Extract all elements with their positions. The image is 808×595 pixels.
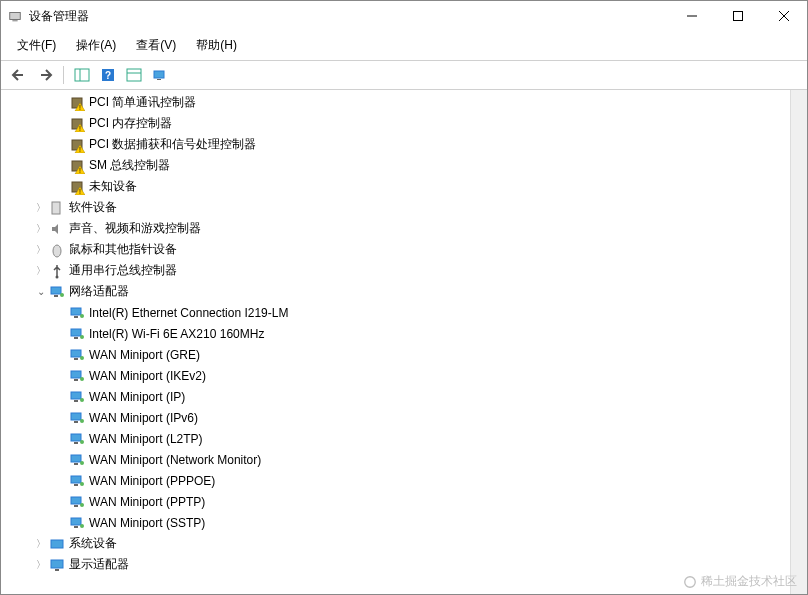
tree-item-warning[interactable]: !未知设备 bbox=[5, 176, 790, 197]
back-button[interactable] bbox=[7, 64, 31, 86]
tree-item-label: SM 总线控制器 bbox=[89, 157, 170, 174]
tree-item-warning[interactable]: !PCI 内存控制器 bbox=[5, 113, 790, 134]
svg-text:!: ! bbox=[79, 188, 81, 195]
tree-category[interactable]: 〉鼠标和其他指针设备 bbox=[5, 239, 790, 260]
tree-item-label: WAN Miniport (IKEv2) bbox=[89, 369, 206, 383]
tree-item-network-adapter[interactable]: WAN Miniport (IPv6) bbox=[5, 407, 790, 428]
chevron-right-icon[interactable]: 〉 bbox=[33, 222, 49, 236]
chip-warning-icon: ! bbox=[69, 137, 85, 153]
chevron-right-icon[interactable]: 〉 bbox=[33, 558, 49, 572]
tree-category-label: 声音、视频和游戏控制器 bbox=[69, 220, 201, 237]
vertical-scrollbar[interactable] bbox=[790, 90, 807, 594]
tree-item-network-adapter[interactable]: WAN Miniport (Network Monitor) bbox=[5, 449, 790, 470]
tree-item-label: Intel(R) Wi-Fi 6E AX210 160MHz bbox=[89, 327, 264, 341]
network-adapter-icon bbox=[69, 431, 85, 447]
chip-warning-icon: ! bbox=[69, 95, 85, 111]
svg-point-58 bbox=[80, 461, 84, 465]
svg-rect-41 bbox=[71, 350, 81, 357]
tree-category[interactable]: 〉软件设备 bbox=[5, 197, 790, 218]
tree-item-network-adapter[interactable]: Intel(R) Ethernet Connection I219-LM bbox=[5, 302, 790, 323]
tree-item-label: PCI 简单通讯控制器 bbox=[89, 94, 196, 111]
tree-category[interactable]: 〉显示适配器 bbox=[5, 554, 790, 575]
svg-text:?: ? bbox=[105, 70, 111, 81]
network-adapter-icon bbox=[69, 368, 85, 384]
svg-point-40 bbox=[80, 335, 84, 339]
network-adapter-icon bbox=[69, 347, 85, 363]
maximize-button[interactable] bbox=[715, 1, 761, 31]
svg-rect-13 bbox=[157, 79, 161, 80]
svg-rect-66 bbox=[74, 526, 78, 528]
titlebar[interactable]: 设备管理器 bbox=[1, 1, 807, 31]
menu-action[interactable]: 操作(A) bbox=[66, 33, 126, 58]
svg-point-37 bbox=[80, 314, 84, 318]
tree-category[interactable]: 〉通用串行总线控制器 bbox=[5, 260, 790, 281]
svg-rect-65 bbox=[71, 518, 81, 525]
tree-item-network-adapter[interactable]: WAN Miniport (SSTP) bbox=[5, 512, 790, 533]
forward-button[interactable] bbox=[33, 64, 57, 86]
tree-item-network-adapter[interactable]: Intel(R) Wi-Fi 6E AX210 160MHz bbox=[5, 323, 790, 344]
tree-item-network-adapter[interactable]: WAN Miniport (GRE) bbox=[5, 344, 790, 365]
tree-item-network-adapter[interactable]: WAN Miniport (PPTP) bbox=[5, 491, 790, 512]
svg-rect-3 bbox=[734, 12, 743, 21]
chip-warning-icon: ! bbox=[69, 158, 85, 174]
tree-item-network-adapter[interactable]: WAN Miniport (IP) bbox=[5, 386, 790, 407]
svg-point-34 bbox=[60, 293, 64, 297]
toolbar-separator bbox=[63, 66, 64, 84]
help-button[interactable]: ? bbox=[96, 64, 120, 86]
network-adapter-icon bbox=[69, 452, 85, 468]
svg-rect-12 bbox=[154, 71, 164, 78]
window-title: 设备管理器 bbox=[29, 8, 669, 25]
menubar: 文件(F) 操作(A) 查看(V) 帮助(H) bbox=[1, 31, 807, 61]
tree-item-label: 未知设备 bbox=[89, 178, 137, 195]
chevron-down-icon[interactable]: ⌄ bbox=[33, 286, 49, 297]
tree-item-network-adapter[interactable]: WAN Miniport (L2TP) bbox=[5, 428, 790, 449]
network-adapter-icon bbox=[69, 473, 85, 489]
svg-rect-54 bbox=[74, 442, 78, 444]
close-button[interactable] bbox=[761, 1, 807, 31]
tree-item-label: WAN Miniport (IP) bbox=[89, 390, 185, 404]
svg-rect-33 bbox=[54, 295, 58, 297]
properties-button[interactable] bbox=[122, 64, 146, 86]
device-manager-window: 设备管理器 文件(F) 操作(A) 查看(V) 帮助(H) bbox=[0, 0, 808, 595]
tree-category[interactable]: 〉声音、视频和游戏控制器 bbox=[5, 218, 790, 239]
minimize-button[interactable] bbox=[669, 1, 715, 31]
svg-point-30 bbox=[53, 245, 61, 257]
svg-point-52 bbox=[80, 419, 84, 423]
sound-icon bbox=[49, 221, 65, 237]
tree-category-label: 通用串行总线控制器 bbox=[69, 262, 177, 279]
menu-view[interactable]: 查看(V) bbox=[126, 33, 186, 58]
tree-item-network-adapter[interactable]: WAN Miniport (PPPOE) bbox=[5, 470, 790, 491]
svg-rect-70 bbox=[55, 569, 59, 571]
device-tree[interactable]: !PCI 简单通讯控制器!PCI 内存控制器!PCI 数据捕获和信号处理控制器!… bbox=[1, 90, 790, 594]
menu-help[interactable]: 帮助(H) bbox=[186, 33, 247, 58]
svg-rect-44 bbox=[71, 371, 81, 378]
tree-item-warning[interactable]: !PCI 数据捕获和信号处理控制器 bbox=[5, 134, 790, 155]
chevron-right-icon[interactable]: 〉 bbox=[33, 264, 49, 278]
show-hide-tree-button[interactable] bbox=[70, 64, 94, 86]
svg-rect-48 bbox=[74, 400, 78, 402]
svg-rect-62 bbox=[71, 497, 81, 504]
chip-warning-icon: ! bbox=[69, 116, 85, 132]
menu-file[interactable]: 文件(F) bbox=[7, 33, 66, 58]
svg-rect-29 bbox=[52, 202, 60, 214]
tree-category[interactable]: 〉系统设备 bbox=[5, 533, 790, 554]
svg-rect-32 bbox=[51, 287, 61, 294]
network-adapter-icon bbox=[69, 494, 85, 510]
svg-rect-1 bbox=[12, 20, 17, 21]
tree-item-label: WAN Miniport (PPTP) bbox=[89, 495, 205, 509]
chevron-right-icon[interactable]: 〉 bbox=[33, 243, 49, 257]
tree-category-network[interactable]: ⌄网络适配器 bbox=[5, 281, 790, 302]
svg-text:!: ! bbox=[79, 167, 81, 174]
svg-rect-51 bbox=[74, 421, 78, 423]
app-icon bbox=[7, 8, 23, 24]
chevron-right-icon[interactable]: 〉 bbox=[33, 537, 49, 551]
window-controls bbox=[669, 1, 807, 31]
scan-hardware-button[interactable] bbox=[148, 64, 172, 86]
tree-item-warning[interactable]: !SM 总线控制器 bbox=[5, 155, 790, 176]
tree-category-label: 系统设备 bbox=[69, 535, 117, 552]
svg-rect-56 bbox=[71, 455, 81, 462]
tree-item-warning[interactable]: !PCI 简单通讯控制器 bbox=[5, 92, 790, 113]
tree-item-network-adapter[interactable]: WAN Miniport (IKEv2) bbox=[5, 365, 790, 386]
svg-rect-57 bbox=[74, 463, 78, 465]
chevron-right-icon[interactable]: 〉 bbox=[33, 201, 49, 215]
